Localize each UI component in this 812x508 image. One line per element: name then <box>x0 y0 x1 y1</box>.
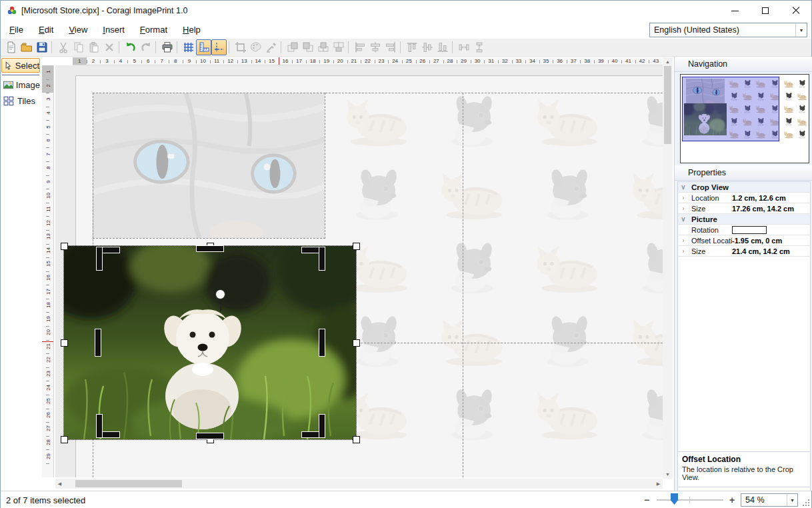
nav-pattern-kitten <box>783 80 794 88</box>
select-tool-button[interactable]: Select <box>1 58 40 73</box>
guides-button[interactable] <box>211 39 227 55</box>
navigation-viewport-rect[interactable] <box>682 77 779 141</box>
guides-icon <box>213 41 225 53</box>
resize-handle-top-right[interactable] <box>353 243 360 250</box>
resize-handle-bottom-right[interactable] <box>353 436 360 443</box>
vertical-scrollbar-thumb[interactable] <box>664 66 671 144</box>
zoom-in-button[interactable]: + <box>727 495 737 505</box>
navigation-header: Navigation <box>675 57 812 72</box>
nav-pattern-kitten <box>783 105 794 113</box>
collapse-icon[interactable]: ∨ <box>678 215 689 223</box>
image-tool-button[interactable]: Image <box>1 77 40 92</box>
tiles-tool-button[interactable]: Tiles <box>1 93 40 108</box>
distribute-horizontal-button <box>456 39 471 55</box>
crop-bracket-bottom-center[interactable] <box>197 433 223 439</box>
nav-pattern-bulldog <box>797 105 807 113</box>
menu-edit[interactable]: Edit <box>32 22 60 37</box>
align-bottom-icon <box>437 41 449 53</box>
navigation-title: Navigation <box>688 59 727 69</box>
pattern-bulldog-tile <box>628 387 663 444</box>
menu-insert[interactable]: Insert <box>96 22 131 37</box>
application-window: [Microsoft Store.cipx] - Coragi ImagePri… <box>0 0 812 508</box>
property-label: Size <box>689 205 732 213</box>
scroll-up-icon[interactable]: ▲ <box>663 57 673 66</box>
pattern-bulldog-tile <box>342 167 412 224</box>
toolbar-separator <box>177 41 177 53</box>
crop-bracket-middle-right[interactable] <box>319 329 325 356</box>
send-to-back-icon <box>333 41 345 53</box>
collapse-icon[interactable]: ∨ <box>678 183 689 191</box>
property-value[interactable]: 17.26 cm, 14.2 cm <box>732 205 810 213</box>
guide-line-vertical-center <box>463 93 463 477</box>
new-button[interactable] <box>3 39 19 55</box>
align-center-icon <box>369 41 381 53</box>
rulers-icon <box>198 41 210 53</box>
property-row-location: ›Location1.2 cm, 12.6 cm <box>678 193 810 203</box>
scroll-right-icon[interactable]: ▶ <box>654 479 663 489</box>
nav-pattern-bulldog <box>783 93 794 101</box>
crop-icon <box>235 41 247 53</box>
close-button[interactable] <box>781 1 811 21</box>
toolbar-separator <box>348 41 349 53</box>
crop-bracket-br-v[interactable] <box>319 415 325 437</box>
navigation-thumbnail[interactable] <box>680 74 809 163</box>
crop-bracket-tr-v[interactable] <box>319 247 325 270</box>
horizontal-scrollbar-thumb[interactable] <box>75 480 182 487</box>
undo-button[interactable] <box>123 39 138 55</box>
rotation-handle[interactable] <box>215 289 225 299</box>
eyedropper-button <box>263 39 279 55</box>
property-value[interactable] <box>732 226 810 234</box>
property-value[interactable]: -1.95 cm, 0 cm <box>732 237 810 245</box>
distribute-horizontal-icon <box>458 41 470 53</box>
expand-icon[interactable]: › <box>678 205 689 212</box>
rulers-button[interactable] <box>196 39 211 55</box>
grid-button[interactable] <box>181 39 196 55</box>
distribute-vertical-button <box>471 39 487 55</box>
resize-handle-bottom-left[interactable] <box>61 436 68 443</box>
property-value[interactable]: 21.4 cm, 14.2 cm <box>732 247 810 255</box>
document-canvas[interactable] <box>55 65 663 477</box>
rotation-input[interactable] <box>732 226 767 234</box>
print-button[interactable] <box>159 39 175 55</box>
menu-file[interactable]: File <box>3 22 30 37</box>
minimize-button[interactable] <box>719 1 750 21</box>
menu-format[interactable]: Format <box>133 22 174 37</box>
right-panel: Navigation Properties ∨Crop View›Locatio… <box>674 57 812 491</box>
property-row-picture: ∨Picture <box>678 214 810 225</box>
pattern-kitten-tile <box>628 167 663 224</box>
nav-pattern-bulldog <box>797 80 807 88</box>
cat-picture-item[interactable] <box>93 93 325 239</box>
crop-bracket-top-center[interactable] <box>197 246 223 251</box>
expand-icon[interactable]: › <box>678 247 689 255</box>
zoom-slider-track[interactable] <box>657 499 723 501</box>
menu-view[interactable]: View <box>62 22 94 37</box>
zoom-level-combobox[interactable]: 54 % ▼ <box>741 493 798 507</box>
language-select[interactable]: English (United States) ▼ <box>649 23 807 37</box>
crop-bracket-bl-v[interactable] <box>97 415 102 437</box>
open-button[interactable] <box>19 39 34 55</box>
scroll-down-icon[interactable]: ▼ <box>663 470 673 479</box>
zoom-out-button[interactable]: − <box>642 495 651 505</box>
horizontal-scrollbar[interactable]: ◀ ▶ <box>55 479 663 489</box>
property-value[interactable]: 1.2 cm, 12.6 cm <box>732 194 810 202</box>
print-icon <box>161 41 173 53</box>
open-icon <box>21 41 33 53</box>
puppy-picture-item[interactable] <box>64 246 356 439</box>
menu-help[interactable]: Help <box>176 22 207 37</box>
tool-separator <box>2 75 39 75</box>
tiles-tool-label: Tiles <box>17 96 35 106</box>
vertical-scrollbar[interactable]: ▲ ▼ <box>663 57 673 479</box>
resize-grip[interactable] <box>801 498 809 506</box>
resize-handle-top-left[interactable] <box>61 243 68 250</box>
resize-handle-middle-left[interactable] <box>61 339 68 347</box>
save-button[interactable] <box>34 39 49 55</box>
crop-bracket-middle-left[interactable] <box>95 329 101 356</box>
maximize-button[interactable] <box>750 1 781 21</box>
scroll-left-icon[interactable]: ◀ <box>55 479 64 489</box>
crop-bracket-tl-v[interactable] <box>97 247 102 270</box>
zoom-slider-thumb[interactable] <box>671 493 678 505</box>
expand-icon[interactable]: › <box>678 237 689 244</box>
resize-handle-middle-right[interactable] <box>353 339 360 347</box>
expand-icon[interactable]: › <box>678 194 689 201</box>
align-middle-icon <box>421 41 433 53</box>
